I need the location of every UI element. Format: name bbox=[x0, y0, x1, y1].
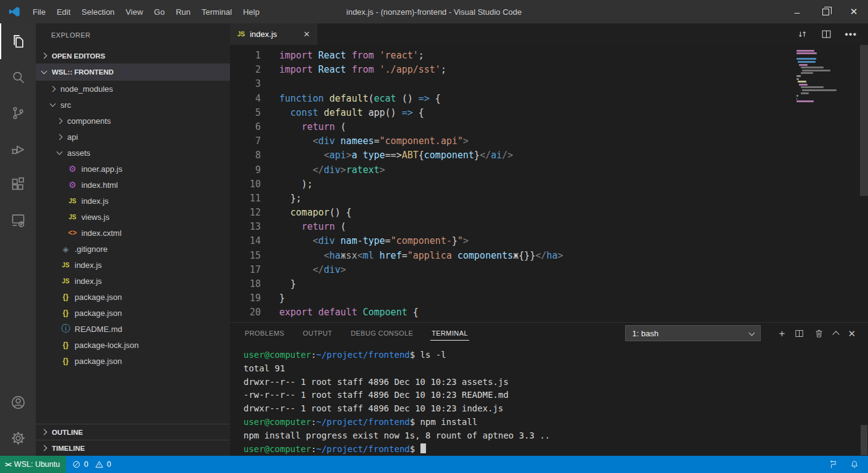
tab-label: index.js bbox=[250, 30, 277, 39]
tree-item-index.js[interactable]: JSindex.js bbox=[36, 273, 230, 289]
chevron-right-icon bbox=[57, 118, 63, 124]
tree-item-package.json[interactable]: {}package.json bbox=[36, 305, 230, 321]
menu-terminal[interactable]: Terminal bbox=[196, 7, 237, 17]
terminal[interactable]: user@computer:~/project/frontend$ ls -lt… bbox=[230, 344, 868, 456]
menu-edit[interactable]: Edit bbox=[51, 7, 76, 17]
chevron-right-icon bbox=[50, 86, 56, 92]
settings-icon[interactable] bbox=[0, 420, 36, 456]
shell-selector-dropdown[interactable]: 1: bash bbox=[625, 325, 761, 341]
minimap-line bbox=[796, 78, 799, 80]
maximize-panel-icon[interactable] bbox=[833, 331, 840, 338]
open-editors-section[interactable]: OPEN EDITORS bbox=[36, 48, 230, 63]
braces-file-icon: {} bbox=[60, 293, 71, 301]
split-terminal-icon[interactable] bbox=[794, 328, 805, 339]
search-icon[interactable] bbox=[0, 59, 36, 95]
file-label: index.cxtml bbox=[81, 228, 121, 238]
menu-help[interactable]: Help bbox=[237, 7, 265, 17]
braces-file-icon: {} bbox=[60, 357, 71, 365]
run-debug-icon[interactable] bbox=[0, 131, 36, 166]
minimap[interactable] bbox=[796, 49, 858, 103]
feedback-icon[interactable] bbox=[829, 459, 838, 469]
accounts-icon[interactable] bbox=[0, 384, 36, 420]
panel-tab-output[interactable]: OUTPUT bbox=[301, 326, 334, 341]
menu-file[interactable]: File bbox=[27, 7, 51, 17]
notifications-icon[interactable] bbox=[850, 459, 859, 469]
menu-run[interactable]: Run bbox=[170, 7, 196, 17]
problems-status[interactable]: 0 0 bbox=[66, 460, 111, 469]
workspace-section[interactable]: WSL:: FRONTEND bbox=[36, 63, 230, 81]
minimap-line bbox=[802, 89, 837, 91]
tree-item-views.js[interactable]: JSviews.js bbox=[36, 209, 230, 225]
minimap-line bbox=[796, 75, 801, 77]
chevron-right-icon bbox=[41, 53, 47, 59]
minimap-line bbox=[801, 86, 824, 88]
open-changes-icon[interactable] bbox=[796, 28, 808, 40]
line-number: 10 bbox=[230, 177, 261, 192]
tree-item-api[interactable]: api bbox=[36, 129, 230, 145]
line-number: 13 bbox=[230, 220, 261, 234]
line-number: 4 bbox=[230, 92, 261, 106]
remote-icon: >< bbox=[5, 461, 10, 468]
extensions-icon[interactable] bbox=[0, 166, 36, 202]
gear-file-icon: ⚙ bbox=[67, 180, 78, 190]
code-editor[interactable]: 1import React from 'react';2import React… bbox=[230, 45, 868, 322]
tree-item-README.md[interactable]: ⓘREADME.md bbox=[36, 321, 230, 337]
tree-item-inoer.app.js[interactable]: ⚙inoer.app.js bbox=[36, 161, 230, 177]
explorer-icon[interactable] bbox=[0, 23, 36, 59]
panel-tab-terminal[interactable]: TERMINAL bbox=[430, 326, 469, 341]
menu-selection[interactable]: Selection bbox=[76, 7, 120, 17]
explorer-title: EXPLORER bbox=[36, 23, 230, 48]
tree-item-src[interactable]: src bbox=[36, 97, 230, 113]
timeline-section[interactable]: TIMELINE bbox=[36, 440, 230, 456]
code-line: 17 </div> bbox=[230, 263, 868, 277]
panel-tab-problems[interactable]: PROBLEMS bbox=[244, 326, 285, 341]
file-label: package.json bbox=[75, 309, 122, 318]
panel-tab-debug-console[interactable]: DEBUG CONSOLE bbox=[350, 326, 414, 341]
line-number: 12 bbox=[230, 206, 261, 220]
tree-item-package.json[interactable]: {}package.json bbox=[36, 289, 230, 305]
code-line: 8 <api>a type==>ABT{component}</ai/> bbox=[230, 148, 868, 163]
minimap-line bbox=[796, 95, 798, 97]
more-actions-icon[interactable]: ••• bbox=[845, 29, 857, 40]
remote-indicator[interactable]: >< WSL: Ubuntu bbox=[0, 456, 66, 473]
tab-bar: JS index.js ✕ ••• bbox=[230, 23, 868, 45]
tree-item-package.json[interactable]: {}package.json bbox=[36, 353, 230, 369]
menu-go[interactable]: Go bbox=[149, 7, 170, 17]
restore-icon[interactable] bbox=[811, 0, 840, 23]
remote-explorer-icon[interactable] bbox=[0, 202, 36, 238]
kill-terminal-icon[interactable] bbox=[814, 328, 824, 339]
file-label: components bbox=[67, 116, 111, 126]
tree-item-node_modules[interactable]: node_modules bbox=[36, 81, 230, 97]
minimap-line bbox=[798, 81, 806, 83]
minimap-line bbox=[796, 58, 816, 60]
errors-count: 0 bbox=[84, 460, 88, 469]
file-label: package.json bbox=[75, 293, 122, 302]
minimize-icon[interactable]: – bbox=[783, 0, 811, 23]
outline-section[interactable]: OUTLINE bbox=[36, 424, 230, 440]
tree-item-index.js[interactable]: JSindex.js bbox=[36, 193, 230, 209]
close-tab-icon[interactable]: ✕ bbox=[303, 30, 310, 39]
file-label: .gitignore bbox=[75, 245, 107, 254]
tree-item-index.js[interactable]: JSindex.js bbox=[36, 257, 230, 273]
tab-index-js[interactable]: JS index.js ✕ bbox=[230, 23, 317, 45]
tree-item-assets[interactable]: assets bbox=[36, 145, 230, 161]
code-text: } bbox=[261, 277, 296, 291]
chevron-down-icon bbox=[57, 149, 63, 155]
bottom-panel: PROBLEMSOUTPUTDEBUG CONSOLETERMINAL 1: b… bbox=[230, 322, 868, 456]
new-terminal-icon[interactable]: + bbox=[779, 328, 785, 339]
close-icon[interactable]: ✕ bbox=[840, 0, 868, 23]
tree-item-index.cxtml[interactable]: <>index.cxtml bbox=[36, 225, 230, 241]
tree-item-package-lock.json[interactable]: {}package-lock.json bbox=[36, 337, 230, 353]
terminal-scrollbar[interactable] bbox=[861, 425, 867, 455]
source-control-icon[interactable] bbox=[0, 95, 36, 131]
split-editor-icon[interactable] bbox=[821, 28, 832, 40]
tree-item-.gitignore[interactable]: ◈.gitignore bbox=[36, 241, 230, 257]
tree-item-components[interactable]: components bbox=[36, 113, 230, 129]
minimap-line bbox=[796, 50, 814, 52]
tree-item-index.html[interactable]: ⚙index.html bbox=[36, 177, 230, 193]
code-text: function default(ecat () => { bbox=[261, 92, 441, 106]
menu-view[interactable]: View bbox=[120, 7, 149, 17]
editor-scrollbar[interactable] bbox=[860, 45, 868, 196]
close-panel-icon[interactable]: ✕ bbox=[848, 329, 856, 338]
js-file-icon: JS bbox=[67, 198, 78, 204]
